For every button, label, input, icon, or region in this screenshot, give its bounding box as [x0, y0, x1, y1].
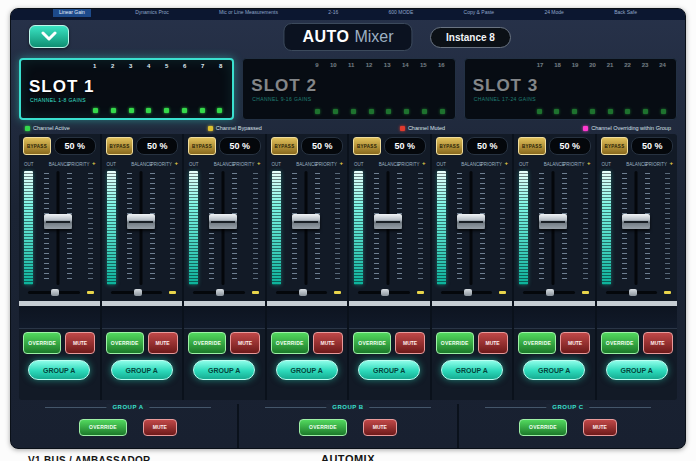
mini-slider-track[interactable] [28, 291, 80, 294]
group-assign-button[interactable]: GROUP A [523, 360, 585, 380]
menu-item[interactable]: Copy & Paste [458, 9, 501, 17]
gain-value-display[interactable]: 50 % [219, 137, 261, 155]
meter-section [436, 171, 509, 285]
gain-value-display[interactable]: 50 % [631, 137, 673, 155]
group-override-button[interactable]: OVERRIDE [519, 419, 567, 436]
legend-swatch [583, 126, 588, 131]
group-assign-button[interactable]: GROUP A [358, 360, 420, 380]
out-label: OUT [354, 162, 364, 167]
override-button[interactable]: OVERRIDE [106, 332, 144, 354]
override-button[interactable]: OVERRIDE [23, 332, 61, 354]
bypass-button[interactable]: BYPASS [518, 137, 546, 155]
menu-item[interactable]: Dynamics Proc [129, 9, 175, 17]
fader-knob[interactable] [127, 214, 155, 229]
override-button[interactable]: OVERRIDE [271, 332, 309, 354]
out-label: OUT [519, 162, 529, 167]
slot-panel[interactable]: 12345678 SLOT 1 CHANNEL 1-8 GAINS [19, 58, 234, 120]
group-assign-button[interactable]: GROUP A [193, 360, 255, 380]
bypass-button[interactable]: BYPASS [436, 137, 464, 155]
override-button[interactable]: OVERRIDE [601, 332, 639, 354]
menu-item[interactable]: Mic or Line Measurements [213, 9, 284, 17]
gain-value-display[interactable]: 50 % [466, 137, 508, 155]
gain-value-display[interactable]: 50 % [136, 137, 178, 155]
balance-fader[interactable] [621, 171, 651, 285]
mute-button[interactable]: MUTE [313, 332, 343, 354]
gain-value-display[interactable]: 50 % [549, 137, 591, 155]
bypass-button[interactable]: BYPASS [271, 137, 299, 155]
menu-item[interactable]: 600 MODE [383, 9, 420, 17]
fader-knob[interactable] [44, 214, 72, 229]
menu-item[interactable]: Linear Gain [53, 9, 91, 17]
channel-number: 7 [201, 63, 204, 69]
mute-button[interactable]: MUTE [478, 332, 508, 354]
mute-button[interactable]: MUTE [560, 332, 590, 354]
channel-number: 16 [438, 62, 445, 68]
strip-labels: OUT BALANCE PRIORITY + [436, 159, 509, 171]
bypass-button[interactable]: BYPASS [601, 137, 629, 155]
group-assign-button[interactable]: GROUP A [276, 360, 338, 380]
mini-slider-thumb[interactable] [546, 289, 554, 296]
group-mute-button[interactable]: MUTE [583, 419, 617, 436]
bypass-button[interactable]: BYPASS [353, 137, 381, 155]
fader-knob[interactable] [209, 214, 237, 229]
override-button[interactable]: OVERRIDE [188, 332, 226, 354]
group-assign-button[interactable]: GROUP A [111, 360, 173, 380]
mute-button[interactable]: MUTE [148, 332, 178, 354]
group-override-button[interactable]: OVERRIDE [79, 419, 127, 436]
menu-item[interactable]: 24 Mode [538, 9, 569, 17]
mute-button[interactable]: MUTE [230, 332, 260, 354]
mini-slider-track[interactable] [276, 291, 328, 294]
balance-fader[interactable] [126, 171, 156, 285]
group-mute-button[interactable]: MUTE [143, 419, 177, 436]
fader-knob[interactable] [374, 214, 402, 229]
mini-slider-thumb[interactable] [51, 289, 59, 296]
mini-slider-thumb[interactable] [381, 289, 389, 296]
fader-knob[interactable] [539, 214, 567, 229]
slot-panel[interactable]: 1718192021222324 SLOT 3 CHANNEL 17-24 GA… [464, 58, 677, 120]
bypass-button[interactable]: BYPASS [23, 137, 51, 155]
slot-panel[interactable]: 910111213141516 SLOT 2 CHANNEL 9-16 GAIN… [242, 58, 455, 120]
mini-slider-track[interactable] [606, 291, 658, 294]
fader-knob[interactable] [457, 214, 485, 229]
group-mute-button[interactable]: MUTE [363, 419, 397, 436]
bypass-button[interactable]: BYPASS [106, 137, 134, 155]
override-button[interactable]: OVERRIDE [436, 332, 474, 354]
fader-knob[interactable] [622, 214, 650, 229]
mini-slider-track[interactable] [358, 291, 410, 294]
mini-slider-thumb[interactable] [134, 289, 142, 296]
priority-scale [496, 171, 507, 285]
mute-button[interactable]: MUTE [65, 332, 95, 354]
mini-slider-thumb[interactable] [299, 289, 307, 296]
override-button[interactable]: OVERRIDE [518, 332, 556, 354]
balance-fader[interactable] [291, 171, 321, 285]
balance-fader[interactable] [208, 171, 238, 285]
group-assign-button[interactable]: GROUP A [28, 360, 90, 380]
mini-slider-track[interactable] [111, 291, 163, 294]
bypass-button[interactable]: BYPASS [188, 137, 216, 155]
balance-fader[interactable] [373, 171, 403, 285]
gain-value-display[interactable]: 50 % [54, 137, 96, 155]
mini-slider-thumb[interactable] [629, 289, 637, 296]
mini-slider-thumb[interactable] [216, 289, 224, 296]
collapse-button[interactable] [29, 25, 69, 48]
menu-item[interactable]: Back Safe [608, 9, 643, 17]
menu-item[interactable]: 2-16 [322, 9, 344, 17]
mini-slider-track[interactable] [193, 291, 245, 294]
balance-fader[interactable] [538, 171, 568, 285]
group-assign-button[interactable]: GROUP A [606, 360, 668, 380]
instance-button[interactable]: Instance 8 [430, 27, 511, 48]
mini-slider-track[interactable] [523, 291, 575, 294]
group-assign-button[interactable]: GROUP A [441, 360, 503, 380]
channel-led [146, 108, 151, 113]
gain-value-display[interactable]: 50 % [301, 137, 343, 155]
group-override-button[interactable]: OVERRIDE [299, 419, 347, 436]
balance-fader[interactable] [43, 171, 73, 285]
mute-button[interactable]: MUTE [395, 332, 425, 354]
mini-slider-track[interactable] [441, 291, 493, 294]
mini-slider-thumb[interactable] [464, 289, 472, 296]
override-button[interactable]: OVERRIDE [353, 332, 391, 354]
fader-knob[interactable] [292, 214, 320, 229]
balance-fader[interactable] [456, 171, 486, 285]
gain-value-display[interactable]: 50 % [384, 137, 426, 155]
mute-button[interactable]: MUTE [643, 332, 673, 354]
